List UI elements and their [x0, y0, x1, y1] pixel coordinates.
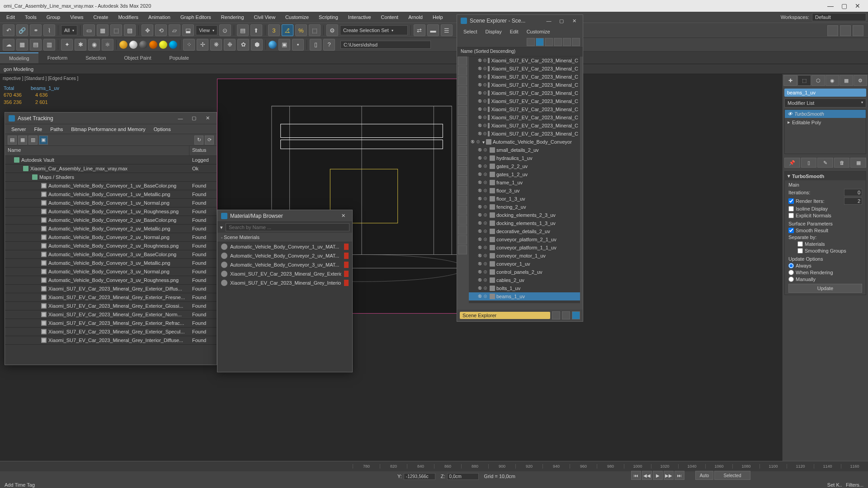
material-item[interactable]: Automatic_Vehicle_Body_Conveyor_3_uv_MAT…: [217, 260, 352, 269]
at-row[interactable]: Maps / Shaders: [5, 173, 217, 182]
at-tb-d[interactable]: ▣: [39, 136, 48, 145]
se-item[interactable]: ⦿⦾fencing_2_uv: [469, 203, 580, 211]
ribbon-tab-object paint[interactable]: Object Paint: [115, 53, 160, 63]
at-row[interactable]: Automatic_Vehicle_Body_Conveyor_3_uv_Nor…: [5, 267, 217, 276]
material-item[interactable]: Xiaomi_SU7_EV_Car_2023_Mineral_Grey_Inte…: [217, 278, 352, 287]
layer-explorer[interactable]: ☰: [441, 24, 453, 36]
se-minimize[interactable]: —: [544, 17, 554, 25]
at-menu-bitmap-performance-and-memory[interactable]: Bitmap Performance and Memory: [67, 126, 149, 133]
se-side-c[interactable]: [458, 76, 467, 85]
close-button[interactable]: ✕: [851, 1, 864, 10]
object-name[interactable]: beams_1_uv: [784, 89, 866, 97]
angle-snap[interactable]: ⦨: [282, 24, 293, 36]
se-item[interactable]: ⦿⦾docking_elements_1_3_uv: [469, 219, 580, 227]
se-item[interactable]: ⦿⦾control_panels_2_uv: [469, 268, 580, 276]
tool-b[interactable]: ▤: [30, 39, 42, 51]
tool-g[interactable]: ▣: [278, 39, 290, 51]
isoline-check[interactable]: [788, 206, 794, 211]
dropdown-icon[interactable]: ▾: [220, 225, 223, 230]
ref-coord-combo[interactable]: View: [196, 25, 217, 35]
at-tb-sync[interactable]: ⟳: [205, 136, 214, 145]
ribbon-tab-populate[interactable]: Populate: [160, 53, 198, 63]
se-foot-a[interactable]: [552, 311, 560, 319]
goto-start[interactable]: ⏮: [631, 471, 641, 480]
keyboard-shortcut[interactable]: ⬆: [250, 24, 262, 36]
se-item[interactable]: ⦿⦾Xiaomi_SU7_EV_Car_2023_Mineral_C: [469, 97, 580, 105]
se-side-d[interactable]: [458, 86, 467, 95]
stack-turbosmooth[interactable]: 👁 TurboSmooth: [785, 110, 866, 118]
se-side-k[interactable]: [458, 156, 467, 165]
menu-animation[interactable]: Animation: [144, 13, 175, 21]
at-row[interactable]: Autodesk VaultLogged: [5, 156, 217, 164]
particle-f[interactable]: ⬢: [251, 39, 263, 51]
tool-h[interactable]: ▪: [292, 39, 304, 51]
ribbon-tab-freeform[interactable]: Freeform: [38, 53, 77, 63]
at-row[interactable]: Xiaomi_SU7_EV_Car_2023_Mineral_Grey_Exte…: [5, 310, 217, 319]
at-maximize[interactable]: ▢: [189, 114, 199, 122]
se-item[interactable]: ⦿⦾beams_1_uv: [469, 292, 580, 300]
sphere-orange-icon[interactable]: [149, 41, 157, 49]
cp-tab-create[interactable]: ✚: [783, 75, 797, 86]
render-iters-check[interactable]: [788, 198, 794, 204]
se-item[interactable]: ⦿⦾gates_2_2_uv: [469, 162, 580, 170]
se-side-q[interactable]: [458, 216, 467, 225]
y-coord-input[interactable]: [404, 473, 435, 480]
se-item[interactable]: ⦿⦾decorative_details_2_uv: [469, 227, 580, 235]
se-column-header[interactable]: Name (Sorted Descending): [457, 47, 583, 56]
se-item[interactable]: ⦿⦾Xiaomi_SU7_EV_Car_2023_Mineral_C: [469, 130, 580, 138]
menu-tools[interactable]: Tools: [20, 13, 41, 21]
se-item[interactable]: ⦿⦾conveyor_motor_1_uv: [469, 252, 580, 260]
stack-pin[interactable]: 📌: [784, 158, 800, 168]
prev-frame[interactable]: ◀◀: [642, 471, 652, 480]
at-menu-paths[interactable]: Paths: [47, 126, 66, 133]
cp-tab-modify[interactable]: ⬚: [797, 75, 811, 86]
next-frame[interactable]: ▶▶: [664, 471, 674, 480]
at-menu-options[interactable]: Options: [150, 126, 175, 133]
se-tb-a[interactable]: [527, 38, 535, 46]
at-col-name[interactable]: Name: [5, 146, 189, 155]
se-menu-display[interactable]: Display: [482, 28, 505, 35]
undo-button[interactable]: ↶: [3, 24, 14, 36]
mb-close[interactable]: ✕: [338, 212, 349, 220]
se-menu-edit[interactable]: Edit: [506, 28, 522, 35]
when-rendering-radio[interactable]: [788, 270, 794, 275]
material-item[interactable]: Automatic_Vehicle_Body_Conveyor_2_uv_MAT…: [217, 251, 352, 260]
se-tb-b[interactable]: [545, 38, 553, 46]
render-iters-input[interactable]: [844, 197, 862, 205]
se-side-o[interactable]: [458, 196, 467, 205]
stack-config[interactable]: ▦: [850, 158, 866, 168]
se-side-e[interactable]: [458, 96, 467, 105]
at-close[interactable]: ✕: [202, 114, 213, 122]
cp-tab-utilities[interactable]: ⚙: [854, 75, 867, 86]
manually-radio[interactable]: [788, 277, 794, 282]
se-item[interactable]: ⦿⦾Xiaomi_SU7_EV_Car_2023_Mineral_C: [469, 105, 580, 113]
se-item[interactable]: ⦿⦾small_details_2_uv: [469, 146, 580, 154]
z-coord-input[interactable]: [447, 473, 479, 480]
stack-show[interactable]: ▯: [801, 158, 817, 168]
help-icon[interactable]: ?: [323, 39, 335, 51]
se-tb-d[interactable]: [563, 38, 571, 46]
at-row[interactable]: Automatic_Vehicle_Body_Conveyor_2_uv_Rou…: [5, 242, 217, 250]
modifier-list-combo[interactable]: Modifier List: [784, 99, 866, 108]
menu-civil-view[interactable]: Civil View: [250, 13, 280, 21]
at-row[interactable]: Xiaomi_SU7_EV_Car_2023_Mineral_Grey_Exte…: [5, 285, 217, 293]
at-tb-refresh[interactable]: ↻: [194, 136, 203, 145]
add-time-tag[interactable]: Add Time Tag: [5, 482, 35, 488]
at-tb-b[interactable]: ▦: [18, 136, 27, 145]
materials-check[interactable]: [797, 241, 803, 247]
tool-e[interactable]: ◉: [88, 39, 100, 51]
sphere-shader-icon[interactable]: [269, 41, 277, 49]
se-item[interactable]: ⦿⦾Xiaomi_SU7_EV_Car_2023_Mineral_C: [469, 81, 580, 89]
stack-unique[interactable]: ✎: [817, 158, 833, 168]
menu-graph-editors[interactable]: Graph Editors: [176, 13, 216, 21]
mirror[interactable]: ⇄: [414, 24, 425, 36]
se-side-h[interactable]: [458, 126, 467, 135]
menu-interactive[interactable]: Interactive: [344, 13, 376, 21]
at-row[interactable]: Automatic_Vehicle_Body_Conveyor_1_uv_Met…: [5, 190, 217, 199]
selection-filter[interactable]: All: [61, 25, 77, 35]
path-input[interactable]: [340, 41, 431, 49]
particle-b[interactable]: ✢: [197, 39, 208, 51]
render-frame-icon[interactable]: [840, 25, 851, 36]
se-item[interactable]: ⦿⦾Xiaomi_SU7_EV_Car_2023_Mineral_C: [469, 56, 580, 65]
modifier-stack[interactable]: 👁 TurboSmooth ▸ Editable Poly: [784, 109, 866, 154]
